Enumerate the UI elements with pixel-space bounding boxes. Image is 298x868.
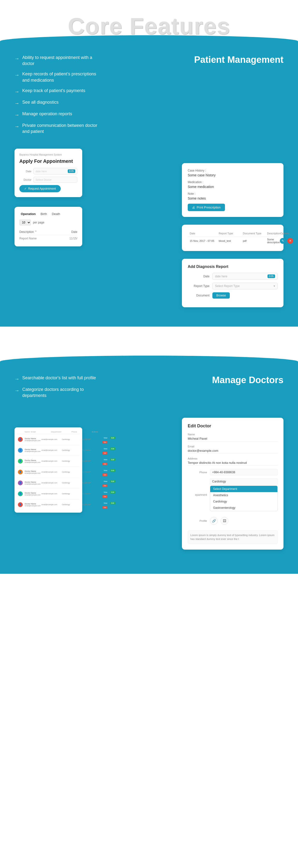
doctors-list-header: Name Email Department Phone Actions: [17, 430, 80, 434]
dept-option-select[interactable]: Select Department: [210, 486, 277, 492]
diagnosis-table-header: Date Report Type Document Type Descripti…: [188, 230, 278, 237]
add-date-row: Date date here 0:05: [188, 273, 278, 280]
time-badge: 0:05: [68, 169, 75, 173]
add-time-badge: 0:05: [268, 274, 275, 278]
manage-features-list: →Searchable doctor's list with full prof…: [15, 375, 99, 403]
doctor-description: Lorem ipsum is simply dummy text of type…: [188, 530, 278, 544]
edit-address-row: Address Tempor distinctio At non kota nu…: [188, 457, 278, 466]
prescription-card: Case History : Some case history Medicat…: [182, 163, 283, 217]
col-description: Description ⌃: [19, 230, 37, 234]
printer-icon: 🖨: [192, 206, 195, 209]
doctor-row: 👤 Doctor Name email@example.com email@ex…: [17, 489, 80, 499]
doctor-info: Doctor Name email@example.com: [25, 448, 40, 452]
table-header-row: Description ⌃ Date: [19, 229, 77, 235]
arrow-icon: →: [15, 71, 19, 78]
per-page-select[interactable]: 10 25 50: [19, 220, 31, 225]
request-btn-label: Request Appointment: [28, 187, 56, 190]
doctor-placeholder: Select Doctor: [35, 178, 52, 181]
request-appointment-button[interactable]: ✓ Request Appointment: [19, 185, 61, 192]
image-icon[interactable]: 🖼: [221, 517, 228, 525]
right-cards: Case History : Some case history Medicat…: [97, 149, 283, 307]
edit-address-label: Address: [188, 457, 278, 460]
doctors-list-card: Name Email Department Phone Actions 👤 Do…: [15, 427, 82, 513]
note-label: Note :: [188, 192, 278, 195]
dept-option-cardiology[interactable]: Cardiology: [210, 498, 277, 505]
dept-dropdown-list: Select Department Anesthetics Cardiology…: [210, 486, 278, 511]
col-desc-header: Description: [267, 232, 280, 235]
edit-diagnosis-button[interactable]: ✎: [280, 238, 286, 244]
section-heading-right: Patient Management: [109, 55, 283, 65]
tab-death[interactable]: Death: [50, 212, 62, 216]
per-page-label: per page: [33, 221, 44, 224]
appointment-title: Apply For Appointment: [19, 158, 77, 164]
system-label: Bayanno Hospital Management System: [19, 153, 77, 156]
note-value: Some notes: [188, 196, 278, 200]
edit-name-row: Name Micheal Pavel: [188, 433, 278, 442]
row-doc-type: pdf: [243, 239, 267, 242]
add-report-row: Report Type Select Report Type ▾: [188, 283, 278, 289]
link-icon[interactable]: 🔗: [210, 517, 218, 525]
white-break-1: [0, 327, 298, 355]
add-diagnosis-title: Add Diagnosis Report: [188, 265, 278, 269]
dept-option-anesthetics[interactable]: Anesthetics: [210, 492, 277, 498]
arrow-icon: →: [15, 123, 19, 130]
manage-left-cards: Name Email Department Phone Actions 👤 Do…: [15, 413, 87, 513]
edit-department-row: epartment Cardiology Select Department A…: [188, 478, 278, 511]
edit-profile-label: Profile: [188, 519, 207, 522]
doctor-select[interactable]: Select Doctor: [33, 177, 77, 183]
edit-phone-row: Phone +984-40-9388638: [188, 469, 278, 475]
col-name: Name: [25, 431, 30, 433]
date-input[interactable]: date here 0:05: [33, 168, 77, 175]
print-label: Print Prescription: [197, 206, 221, 209]
add-document-row: Document Browse: [188, 292, 278, 299]
edit-phone-value[interactable]: +984-40-9388638: [210, 469, 278, 475]
doctor-avatar: 👤: [18, 502, 23, 507]
edit-name-value[interactable]: Micheal Pavel: [188, 437, 278, 442]
diagnosis-table-row: 15 Nov, 2017 - 07:05 blood_test pdf Some…: [188, 237, 278, 245]
profile-icons: 🔗 🖼: [210, 517, 228, 525]
delete-diagnosis-button[interactable]: ✕: [287, 238, 293, 244]
doctor-info: Doctor Name email@example.com: [25, 481, 40, 485]
print-prescription-button[interactable]: 🖨 Print Prescription: [188, 204, 225, 211]
page-title: Core Features: [5, 14, 293, 38]
tabs-card: Operation Birth Death 10 25 50 per page …: [15, 207, 82, 246]
add-date-input[interactable]: date here 0:05: [212, 273, 278, 280]
arrow-icon: →: [15, 387, 19, 394]
hero-section: Core Features: [0, 0, 298, 38]
dept-selected[interactable]: Cardiology: [210, 478, 278, 485]
doctor-info: Doctor Name email@example.com: [25, 503, 40, 506]
doctor-avatar: 👤: [18, 470, 23, 474]
edit-email-value[interactable]: doctor@example.com: [188, 449, 278, 454]
medication-label: Medication :: [188, 181, 278, 184]
col-date: Date: [71, 230, 77, 234]
edit-address-value[interactable]: Tempor distinctio At non kota nulla nost…: [188, 461, 278, 466]
doctor-avatar: 👤: [18, 491, 23, 496]
add-date-placeholder: date here: [215, 275, 227, 278]
row-date: 11/15/: [70, 237, 77, 240]
cards-container: Bayanno Hospital Management System Apply…: [15, 149, 283, 307]
row-report-type: blood_test: [219, 239, 243, 242]
doctor-row: 👤 Doctor Name email@example.com email@ex…: [17, 499, 80, 510]
arrow-icon: →: [15, 112, 19, 118]
dept-option-gastro[interactable]: Gastroenterology: [210, 505, 277, 511]
patient-management-heading: Patient Management: [109, 55, 283, 65]
sort-icon: ⌃: [34, 230, 37, 234]
appointment-card: Bayanno Hospital Management System Apply…: [15, 149, 82, 197]
feature-item: →Ability to request appointment with a d…: [15, 55, 99, 67]
row-description: Some description: [267, 238, 280, 244]
add-date-label: Date: [188, 275, 210, 278]
add-report-placeholder: Select Report Type: [215, 284, 240, 288]
feature-item: →Keep track of patient's payments: [15, 88, 99, 95]
row-name: Report Name: [19, 237, 36, 240]
tab-birth[interactable]: Birth: [39, 212, 48, 216]
add-doc-label: Document: [188, 294, 210, 297]
features-list: →Ability to request appointment with a d…: [15, 55, 99, 139]
feature-item: →Manage operation reports: [15, 111, 99, 118]
date-placeholder: date here: [35, 170, 47, 173]
tab-operation[interactable]: Operation: [19, 212, 37, 216]
col-phone: Phone: [71, 431, 91, 433]
col-department: Department: [51, 431, 71, 433]
feature-item: →Keep records of patient's prescriptions…: [15, 71, 99, 83]
browse-button[interactable]: Browse: [212, 292, 230, 299]
add-report-select[interactable]: Select Report Type ▾: [212, 283, 278, 289]
